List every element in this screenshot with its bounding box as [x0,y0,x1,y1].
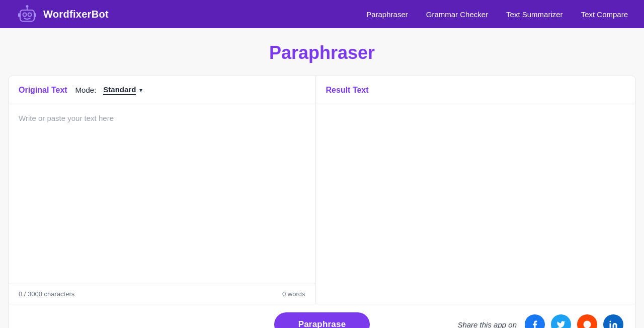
linkedin-icon [609,320,618,328]
paraphrase-button[interactable]: Paraphrase [274,312,370,328]
site-header: WordfixerBot Paraphraser Grammar Checker… [0,0,644,28]
bottom-bar: Paraphrase Share this app on [9,304,635,328]
svg-rect-5 [18,13,20,17]
mode-selector[interactable]: Mode: Standard ▾ [75,85,143,95]
result-text-panel: Result Text [316,76,635,304]
original-panel-header: Original Text Mode: Standard ▾ [9,76,315,104]
page-title: Paraphraser [8,42,636,63]
main-card: Original Text Mode: Standard ▾ 0 / 3000 … [8,76,636,328]
twitter-icon [556,320,566,328]
bottom-center: Paraphrase [221,312,422,328]
facebook-share-button[interactable] [525,314,545,328]
nav-paraphraser[interactable]: Paraphraser [366,10,408,19]
result-text-label: Result Text [326,86,369,95]
panels-container: Original Text Mode: Standard ▾ 0 / 3000 … [9,76,635,304]
result-panel-header: Result Text [316,76,635,104]
svg-point-4 [26,5,29,8]
svg-point-1 [23,13,27,17]
original-text-panel: Original Text Mode: Standard ▾ 0 / 3000 … [9,76,316,304]
result-text-area [316,104,635,276]
nav-grammar-checker[interactable]: Grammar Checker [426,10,488,19]
linkedin-share-button[interactable] [603,314,623,328]
svg-point-8 [609,321,611,322]
main-content: Paraphraser Original Text Mode: Standard… [0,28,644,328]
svg-point-2 [28,13,32,17]
mode-value-label: Standard [103,85,136,95]
share-label: Share this app on [457,320,517,329]
mode-prefix-label: Mode: [75,86,97,94]
reddit-share-button[interactable] [577,314,597,328]
bottom-right: Share this app on [423,314,623,328]
nav-text-compare[interactable]: Text Compare [581,10,628,19]
chevron-down-icon: ▾ [139,87,142,94]
logo-area: WordfixerBot [16,3,109,25]
brand-name: WordfixerBot [43,9,109,20]
main-nav: Paraphraser Grammar Checker Text Summari… [366,10,628,19]
twitter-share-button[interactable] [551,314,571,328]
nav-text-summarizer[interactable]: Text Summarizer [506,10,563,19]
original-panel-footer: 0 / 3000 characters 0 words [9,284,315,304]
original-text-input[interactable] [19,112,305,274]
logo-icon [16,3,38,25]
original-text-wrapper [9,104,315,284]
char-count-label: 0 / 3000 characters [19,290,74,298]
word-count-label: 0 words [282,290,305,298]
original-text-label: Original Text [19,86,67,95]
facebook-icon [530,320,539,328]
svg-rect-6 [34,13,36,17]
reddit-icon [583,320,592,328]
